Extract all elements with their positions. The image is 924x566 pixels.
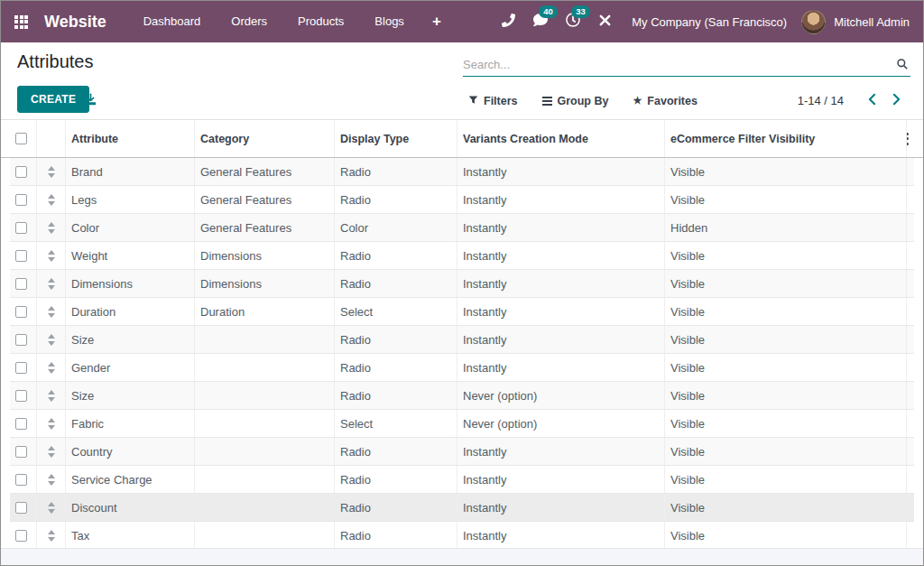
create-button[interactable]: CREATE	[17, 86, 89, 113]
column-header-attribute[interactable]: Attribute	[66, 120, 195, 157]
drag-handle-icon[interactable]	[48, 222, 55, 234]
cell-ecommerce-filter-visibility: Visible	[665, 326, 907, 353]
cell-ecommerce-filter-visibility: Visible	[665, 186, 907, 213]
row-checkbox[interactable]	[15, 530, 27, 542]
table-row[interactable]: Weight Dimensions Radio Instantly Visibl…	[10, 242, 914, 270]
cell-ecommerce-filter-visibility: Hidden	[665, 214, 907, 241]
cell-variants-creation-mode: Instantly	[457, 354, 665, 381]
row-checkbox[interactable]	[15, 250, 27, 262]
table-row[interactable]: Service Charge Radio Instantly Visible	[10, 466, 914, 494]
optional-columns-icon[interactable]	[907, 129, 912, 149]
drag-handle-icon[interactable]	[48, 418, 55, 430]
table-row[interactable]: Size Radio Instantly Visible	[10, 326, 914, 354]
column-header-category[interactable]: Category	[195, 120, 335, 157]
drag-handle-icon[interactable]	[48, 530, 55, 542]
row-checkbox[interactable]	[15, 502, 27, 514]
row-checkbox[interactable]	[15, 362, 27, 374]
cell-attribute: Discount	[66, 494, 195, 521]
cell-attribute: Size	[66, 382, 195, 409]
select-all-checkbox[interactable]	[15, 133, 27, 144]
drag-handle-icon[interactable]	[48, 250, 55, 262]
drag-handle-icon[interactable]	[48, 474, 55, 486]
column-header-ecommerce-filter-visibility[interactable]: eCommerce Filter Visibility	[665, 120, 907, 157]
breadcrumb-bar: Attributes	[1, 42, 923, 82]
nav-item-orders[interactable]: Orders	[216, 1, 282, 42]
user-name: Mitchell Admin	[834, 15, 910, 29]
drag-handle-icon[interactable]	[48, 194, 55, 206]
nav-item-products[interactable]: Products	[282, 1, 359, 42]
systray: 40 33 My Company (San Francisco) Mitchel…	[493, 10, 910, 34]
table-row[interactable]: Tax Radio Instantly Visible	[10, 522, 914, 550]
tools-button[interactable]	[589, 14, 621, 31]
table-row[interactable]: Brand General Features Radio Instantly V…	[10, 158, 914, 186]
drag-handle-icon[interactable]	[48, 278, 55, 290]
cell-variants-creation-mode: Instantly	[457, 326, 665, 353]
table-row[interactable]: Gender Radio Instantly Visible	[10, 354, 914, 382]
cell-display-type: Radio	[335, 438, 457, 465]
cell-category	[195, 466, 335, 493]
search-input[interactable]	[463, 58, 894, 71]
table-row[interactable]: Fabric Select Never (option) Visible	[10, 410, 914, 438]
cell-display-type: Select	[335, 410, 457, 437]
messages-button[interactable]: 40	[524, 13, 557, 31]
drag-handle-icon[interactable]	[48, 390, 55, 402]
activities-button[interactable]: 33	[557, 13, 589, 31]
row-checkbox[interactable]	[15, 222, 27, 234]
table-row[interactable]: Legs General Features Radio Instantly Vi…	[10, 186, 914, 214]
table-row[interactable]: Country Radio Instantly Visible	[10, 438, 914, 466]
drag-handle-icon[interactable]	[48, 166, 55, 178]
cell-attribute: Duration	[66, 298, 195, 325]
row-checkbox[interactable]	[15, 334, 27, 346]
column-header-variants-creation-mode[interactable]: Variants Creation Mode	[457, 120, 665, 157]
cell-attribute: Service Charge	[66, 466, 195, 493]
row-checkbox[interactable]	[15, 474, 27, 486]
row-checkbox[interactable]	[15, 306, 27, 318]
table-row[interactable]: Duration Duration Select Instantly Visib…	[10, 298, 914, 326]
pager-next-button[interactable]	[884, 89, 909, 113]
user-menu[interactable]: Mitchell Admin	[801, 10, 910, 34]
row-checkbox[interactable]	[15, 390, 27, 402]
group-by-button[interactable]: Group By	[542, 95, 609, 107]
table-row[interactable]: Dimensions Dimensions Radio Instantly Vi…	[10, 270, 914, 298]
table-row[interactable]: Size Radio Never (option) Visible	[10, 382, 914, 410]
pager-previous-button[interactable]	[860, 89, 884, 113]
company-menu[interactable]: My Company (San Francisco)	[632, 15, 787, 29]
column-header-display-type[interactable]: Display Type	[335, 120, 457, 157]
drag-handle-icon[interactable]	[48, 306, 55, 318]
drag-handle-icon[interactable]	[48, 446, 55, 458]
table-row[interactable]: Discount Radio Instantly Visible	[10, 494, 914, 522]
row-checkbox[interactable]	[15, 446, 27, 458]
cell-attribute: Tax	[66, 522, 195, 549]
phone-button[interactable]	[493, 14, 524, 31]
cell-attribute: Dimensions	[66, 270, 195, 297]
nav-item-blogs[interactable]: Blogs	[359, 1, 420, 42]
nav-item-dashboard[interactable]: Dashboard	[128, 1, 217, 42]
drag-handle-icon[interactable]	[48, 334, 55, 346]
cell-category	[195, 494, 335, 521]
pager: 1-14 / 14	[798, 82, 909, 119]
drag-handle-icon[interactable]	[48, 502, 55, 514]
cell-display-type: Radio	[335, 186, 457, 213]
apps-grid-icon[interactable]	[14, 15, 28, 29]
cell-variants-creation-mode: Instantly	[457, 494, 665, 521]
row-checkbox[interactable]	[15, 194, 27, 206]
cell-display-type: Radio	[335, 270, 457, 297]
cell-attribute: Country	[66, 438, 195, 465]
app-brand[interactable]: Website	[44, 13, 106, 32]
filters-button[interactable]: Filters	[468, 95, 518, 107]
export-button[interactable]	[84, 93, 97, 110]
table-row[interactable]: Color General Features Color Instantly H…	[10, 214, 914, 242]
cell-ecommerce-filter-visibility: Visible	[665, 382, 907, 409]
new-content-plus-button[interactable]: +	[420, 13, 454, 31]
row-checkbox[interactable]	[15, 278, 27, 290]
drag-handle-icon[interactable]	[48, 362, 55, 374]
cell-attribute: Weight	[66, 242, 195, 269]
cell-category: Dimensions	[195, 242, 335, 269]
row-checkbox[interactable]	[15, 166, 27, 178]
search-icon[interactable]	[894, 58, 910, 70]
page-title: Attributes	[17, 51, 93, 72]
cell-attribute: Brand	[66, 158, 195, 185]
cell-ecommerce-filter-visibility: Visible	[665, 298, 907, 325]
row-checkbox[interactable]	[15, 418, 27, 430]
favorites-button[interactable]: ★ Favorites	[633, 95, 697, 107]
